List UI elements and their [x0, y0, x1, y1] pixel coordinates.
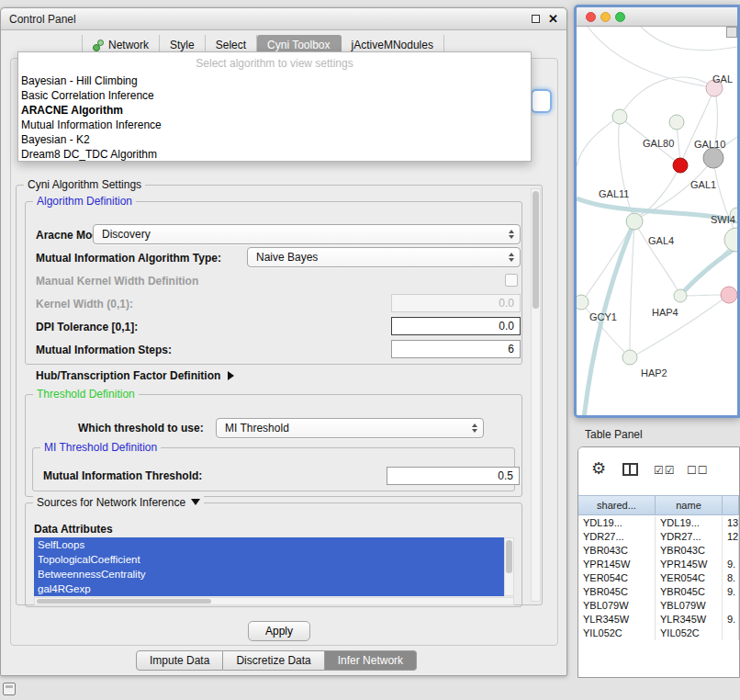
expand-right-icon[interactable]	[228, 371, 234, 380]
settings-scrollbar[interactable]	[531, 188, 541, 602]
network-node[interactable]	[669, 115, 684, 130]
network-canvas[interactable]: GALGAL80GAL10GAL11GAL1SWI4GAL4GCY1HAP4HA…	[577, 27, 737, 415]
network-graph[interactable]: GALGAL80GAL10GAL11GAL1SWI4GAL4GCY1HAP4HA…	[577, 27, 737, 418]
table-cell: YBR045C	[578, 585, 656, 599]
aracne-mode-select[interactable]: Discovery	[93, 224, 521, 244]
bottom-tab-discretize-data[interactable]: Discretize Data	[223, 650, 324, 671]
source-item-topologicalcoefficient[interactable]: TopologicalCoefficient	[34, 552, 504, 567]
hub-definition-toggle[interactable]: Hub/Transcription Factor Definition	[36, 369, 234, 382]
tab-label: Cyni Toolbox	[267, 39, 330, 51]
table-cell: YLR345W	[578, 613, 656, 627]
mi-type-select[interactable]: Naive Bayes	[247, 247, 521, 267]
network-node[interactable]	[721, 287, 737, 303]
column-header[interactable]: shared...	[578, 496, 656, 514]
source-item-gal4rgexp[interactable]: gal4RGexp	[34, 581, 504, 596]
combo-arrows-icon	[509, 230, 514, 239]
kernel-width-field[interactable]: 0.0	[391, 294, 521, 312]
list-scrollbar-vertical[interactable]	[504, 537, 514, 596]
source-item-betweennesscentrality[interactable]: BetweennessCentrality	[34, 567, 504, 581]
bottom-tab-infer-network[interactable]: Infer Network	[325, 650, 417, 671]
control-panel-titlebar[interactable]: Control Panel ✕	[1, 8, 566, 30]
table-cell: YDL19...	[656, 516, 723, 530]
columns-icon[interactable]	[622, 463, 638, 476]
dpi-tolerance-field[interactable]: 0.0	[391, 317, 521, 335]
collapse-down-icon[interactable]	[191, 499, 200, 505]
combo-arrows-icon	[509, 253, 514, 262]
canvas-scroll-corner[interactable]	[726, 27, 737, 38]
network-window-titlebar[interactable]	[577, 7, 737, 27]
table-row[interactable]: YIL052CYIL052C	[578, 627, 739, 640]
algorithm-option-basic-correlation-inference[interactable]: Basic Correlation Inference	[18, 88, 531, 103]
data-attributes-list[interactable]: SelfLoopsTopologicalCoefficientBetweenne…	[34, 537, 504, 596]
table-cell: 9.	[723, 585, 739, 599]
table-cell	[723, 599, 739, 613]
which-threshold-select[interactable]: MI Threshold	[216, 418, 484, 438]
table-cell: 9.	[723, 558, 739, 571]
deselect-all-checkboxes-icon[interactable]: ☐☐	[687, 465, 709, 476]
algorithm-option-bayesian-k2[interactable]: Bayesian - K2	[18, 132, 531, 147]
network-node[interactable]	[724, 228, 737, 252]
network-node[interactable]	[622, 350, 637, 365]
network-node[interactable]	[626, 213, 643, 230]
close-icon[interactable]: ✕	[548, 13, 558, 25]
algorithm-option-bayesian-hill-climbing[interactable]: Bayesian - Hill Climbing	[18, 73, 531, 88]
apply-button[interactable]: Apply	[248, 621, 310, 641]
algorithm-option-mutual-information-inference[interactable]: Mutual Information Inference	[18, 118, 531, 132]
table-row[interactable]: YLR345WYLR345W9.	[578, 613, 739, 627]
group-title: Cyni Algorithm Settings	[24, 178, 145, 191]
field-value: 0.0	[499, 297, 514, 310]
bottom-tab-impute-data[interactable]: Impute Data	[136, 650, 223, 671]
panel-dock-icon[interactable]	[3, 683, 16, 695]
mi-threshold-label: Mutual Information Threshold:	[43, 469, 202, 482]
mi-type-label: Mutual Information Algorithm Type:	[36, 252, 221, 265]
table-cell: YER054C	[656, 571, 723, 585]
table-cell: YDR27...	[656, 530, 723, 544]
network-node[interactable]	[577, 295, 589, 310]
scrollbar-thumb[interactable]	[533, 191, 539, 309]
zoom-traffic-light-icon[interactable]	[615, 12, 625, 22]
list-scrollbar-horizontal[interactable]	[34, 597, 514, 605]
hub-definition-label: Hub/Transcription Factor Definition	[36, 369, 220, 382]
tab-label: Select	[216, 39, 246, 51]
data-attributes-label: Data Attributes	[34, 523, 113, 536]
algorithm-option-aracne-algorithm[interactable]: ARACNE Algorithm	[18, 103, 531, 118]
network-node[interactable]	[674, 289, 687, 302]
obscured-focused-control[interactable]	[531, 89, 552, 113]
algorithm-option-dream8-dc-tdc-algorithm[interactable]: Dream8 DC_TDC Algorithm	[18, 147, 531, 162]
select-all-checkboxes-icon[interactable]: ☑☑	[654, 465, 676, 476]
table-row[interactable]: YPR145WYPR145W9.	[578, 558, 739, 571]
table-row[interactable]: YBR043CYBR043C	[578, 544, 739, 558]
close-traffic-light-icon[interactable]	[586, 12, 596, 22]
combo-arrows-icon	[472, 423, 477, 433]
table-row[interactable]: YBL079WYBL079W	[578, 599, 739, 613]
sources-toggle[interactable]: Sources for Network Inference	[33, 496, 204, 509]
table-row[interactable]: YER054CYER054C8.	[578, 571, 739, 585]
table-panel-title: Table Panel	[585, 428, 643, 441]
node-label-gal1: GAL1	[690, 179, 716, 190]
table-cell: 13	[723, 516, 739, 530]
network-node[interactable]	[612, 109, 627, 124]
network-view-window: GALGAL80GAL10GAL11GAL1SWI4GAL4GCY1HAP4HA…	[574, 5, 740, 418]
table-body: YDL19...YDL19...13YDR27...YDR27...12YBR0…	[578, 516, 739, 677]
field-value: 0.5	[498, 469, 513, 482]
source-item-selfloops[interactable]: SelfLoops	[34, 537, 504, 552]
mi-steps-field[interactable]: 6	[391, 340, 521, 358]
minimize-traffic-light-icon[interactable]	[600, 12, 611, 22]
table-row[interactable]: YDR27...YDR27...12	[578, 530, 739, 544]
gear-icon[interactable]: ⚙	[591, 460, 606, 477]
field-value: 6	[508, 343, 514, 356]
column-header[interactable]	[723, 496, 739, 514]
table-cell: YPR145W	[656, 558, 723, 571]
mi-threshold-field[interactable]: 0.5	[387, 467, 520, 485]
column-header[interactable]: name	[656, 496, 723, 514]
table-row[interactable]: YBR045CYBR045C9.	[578, 585, 739, 599]
manual-kernel-checkbox[interactable]	[505, 274, 518, 287]
network-node[interactable]	[703, 148, 723, 168]
table-row[interactable]: YDL19...YDL19...13	[578, 516, 739, 530]
scrollbar-thumb[interactable]	[506, 540, 512, 573]
node-label-gcy1: GCY1	[589, 311, 617, 322]
table-cell: YBL079W	[656, 599, 723, 613]
float-window-icon[interactable]	[532, 15, 540, 23]
scrollbar-thumb[interactable]	[37, 599, 211, 604]
network-node[interactable]	[673, 158, 688, 173]
